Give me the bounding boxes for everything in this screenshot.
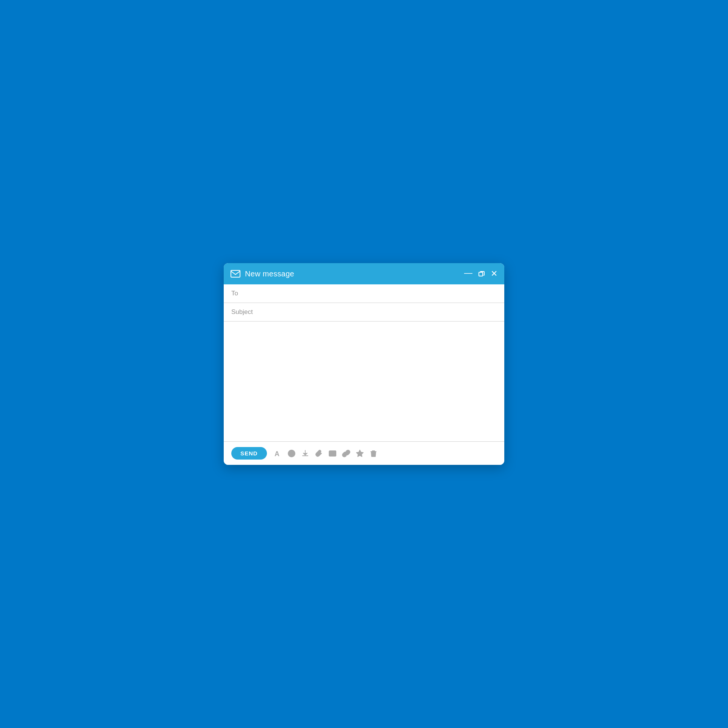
svg-text:A: A — [275, 450, 279, 458]
mail-icon — [231, 270, 240, 278]
font-icon[interactable]: A — [274, 449, 282, 458]
minimize-button[interactable]: — — [464, 269, 472, 277]
emoji-icon[interactable] — [287, 449, 296, 458]
link-icon[interactable] — [342, 449, 350, 458]
attachment-icon[interactable] — [315, 449, 323, 458]
subject-input[interactable] — [258, 308, 497, 316]
svg-rect-1 — [479, 272, 483, 276]
download-icon[interactable] — [301, 449, 309, 458]
send-button[interactable]: SEND — [231, 447, 267, 460]
message-textarea[interactable] — [231, 328, 497, 434]
svg-point-3 — [288, 450, 295, 457]
svg-point-5 — [292, 452, 293, 453]
to-input[interactable] — [258, 290, 497, 297]
window-title: New message — [245, 270, 294, 278]
close-button[interactable]: ✕ — [491, 270, 497, 278]
titlebar-left: New message — [231, 270, 294, 278]
message-area — [224, 322, 504, 441]
to-label: To — [231, 290, 258, 297]
maximize-button[interactable] — [479, 271, 485, 277]
trash-icon[interactable] — [369, 449, 378, 458]
svg-rect-0 — [231, 270, 240, 277]
titlebar-controls: — ✕ — [464, 269, 497, 279]
svg-rect-6 — [329, 451, 336, 456]
image-icon[interactable] — [328, 449, 337, 458]
subject-label: Subject — [231, 308, 258, 316]
toolbar-icons: A — [274, 449, 378, 458]
to-field-row: To — [224, 284, 504, 303]
compose-body: To Subject SEND A — [224, 284, 504, 465]
star-icon[interactable] — [356, 449, 364, 458]
titlebar: New message — ✕ — [224, 263, 504, 284]
svg-point-4 — [290, 452, 291, 453]
subject-field-row: Subject — [224, 303, 504, 322]
toolbar: SEND A — [224, 441, 504, 465]
compose-window: New message — ✕ To Subject — [224, 263, 504, 465]
